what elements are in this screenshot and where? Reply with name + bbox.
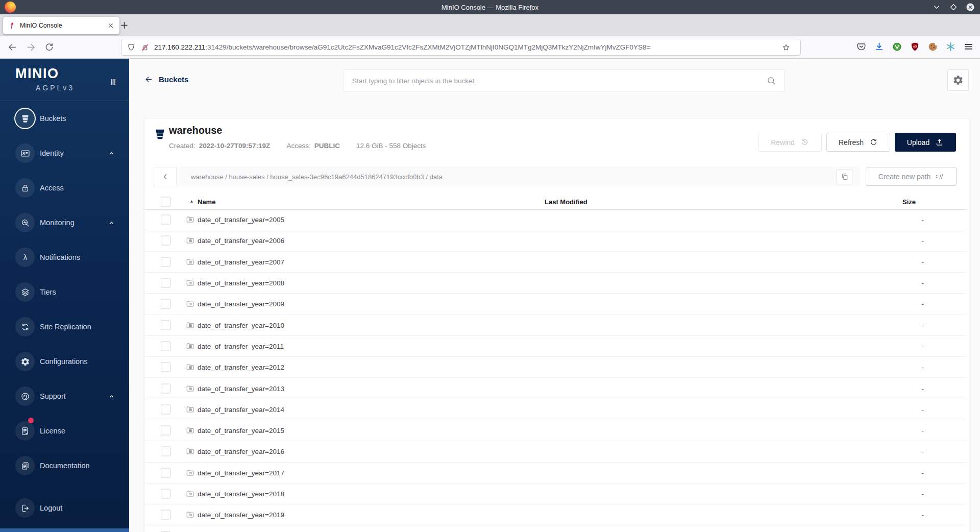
path-icon	[935, 172, 944, 181]
table-row[interactable]: date_of_transfer_year=2007 -	[144, 252, 967, 273]
folder-icon	[186, 426, 194, 435]
table-row[interactable]: date_of_transfer_year=2006 -	[144, 230, 967, 251]
browser-back-button[interactable]	[7, 42, 18, 53]
table-row[interactable]: date_of_transfer_year=2010 -	[144, 315, 967, 335]
row-checkbox[interactable]	[161, 383, 170, 393]
sidebar-item-logout[interactable]: Logout	[0, 491, 129, 525]
monitoring-icon	[20, 218, 30, 228]
sidebar-item-circle	[15, 352, 35, 371]
row-checkbox[interactable]	[161, 489, 170, 499]
pocket-icon[interactable]	[856, 41, 867, 52]
back-to-buckets-link[interactable]: Buckets	[144, 75, 188, 84]
breadcrumb[interactable]: warehouse / house-sales / house_sales-3e…	[177, 167, 860, 186]
window-minimize-button[interactable]	[932, 3, 941, 12]
copy-path-button[interactable]	[837, 169, 852, 184]
chevron-up-icon[interactable]	[108, 150, 115, 157]
sidebar-item-configurations[interactable]: Configurations	[0, 344, 129, 379]
new-tab-button[interactable]	[119, 20, 130, 31]
bucket-settings-button[interactable]	[947, 69, 969, 91]
table-row[interactable]: date_of_transfer_year=2015 -	[144, 420, 967, 441]
rewind-button[interactable]: Rewind	[758, 133, 822, 152]
sidebar-item-identity[interactable]: Identity	[0, 136, 129, 171]
create-new-path-button[interactable]: Create new path	[866, 167, 957, 186]
container-extension-icon[interactable]	[945, 41, 956, 52]
sidebar-collapse-icon[interactable]	[109, 77, 117, 87]
sidebar-scrollbar[interactable]	[0, 528, 129, 532]
row-checkbox[interactable]	[161, 426, 170, 436]
extension-icons: uO	[856, 41, 974, 52]
table-row[interactable]: date_of_transfer_year=2005 -	[144, 209, 967, 230]
breadcrumb-path: warehouse / house-sales / house_sales-3e…	[191, 173, 443, 181]
upload-button[interactable]: Upload	[895, 133, 956, 152]
sidebar-item-support[interactable]: Support	[0, 379, 129, 414]
window-maximize-button[interactable]	[949, 3, 958, 12]
sidebar-item-circle	[15, 421, 35, 441]
sidebar-item-documentation[interactable]: Documentation	[0, 448, 129, 483]
tab-minio-console[interactable]: MinIO Console	[3, 17, 119, 34]
table-row[interactable]: date_of_transfer_year=2012 -	[144, 357, 967, 378]
row-checkbox[interactable]	[161, 320, 170, 330]
row-checkbox[interactable]	[161, 510, 170, 520]
sidebar-item-notifications[interactable]: λ Notifications	[0, 240, 129, 275]
column-header-size[interactable]: Size	[902, 198, 916, 206]
lambda-icon: λ	[20, 253, 30, 262]
insecure-lock-icon[interactable]	[140, 43, 150, 52]
bookmark-star-icon[interactable]	[781, 43, 791, 52]
path-back-button[interactable]	[154, 167, 177, 186]
cookie-extension-icon[interactable]	[927, 41, 938, 52]
table-row[interactable]: date_of_transfer_year=2017 -	[144, 463, 967, 483]
table-row[interactable]: date_of_transfer_year=2020 -	[144, 525, 967, 532]
url-bar[interactable]: 217.160.222.211:31429/buckets/warehouse/…	[121, 39, 800, 55]
row-checkbox[interactable]	[161, 468, 170, 477]
table-row[interactable]: date_of_transfer_year=2008 -	[144, 273, 967, 294]
row-checkbox[interactable]	[161, 215, 170, 225]
gear-icon	[20, 357, 30, 367]
row-checkbox[interactable]	[161, 447, 170, 456]
cell-name: date_of_transfer_year=2012	[198, 364, 284, 371]
search-input[interactable]	[351, 77, 766, 85]
sidebar-item-circle	[15, 317, 35, 336]
object-table-header: Name Last Modified Size	[144, 194, 967, 210]
browser-reload-button[interactable]	[44, 42, 55, 53]
table-row[interactable]: date_of_transfer_year=2014 -	[144, 399, 967, 420]
access-value[interactable]: PUBLIC	[314, 142, 340, 150]
row-checkbox[interactable]	[161, 299, 170, 309]
hamburger-menu-icon[interactable]	[963, 41, 974, 52]
chevron-up-icon[interactable]	[108, 220, 115, 226]
refresh-button[interactable]: Refresh	[826, 133, 890, 152]
table-row[interactable]: date_of_transfer_year=2009 -	[144, 294, 967, 315]
privacy-badger-icon[interactable]	[892, 41, 902, 52]
row-checkbox[interactable]	[161, 257, 170, 267]
sidebar-item-license[interactable]: License	[0, 414, 129, 448]
url-text[interactable]: 217.160.222.211:31429/buckets/warehouse/…	[154, 43, 776, 51]
chevron-up-icon[interactable]	[108, 393, 115, 400]
sidebar-item-monitoring[interactable]: Monitoring	[0, 205, 129, 240]
table-row[interactable]: date_of_transfer_year=2019 -	[144, 504, 967, 525]
column-header-name[interactable]: Name	[198, 198, 215, 206]
window-close-button[interactable]	[966, 3, 975, 12]
cell-size: -	[922, 321, 924, 329]
table-row[interactable]: date_of_transfer_year=2016 -	[144, 441, 967, 462]
table-row[interactable]: date_of_transfer_year=2013 -	[144, 378, 967, 399]
browser-forward-button[interactable]	[26, 42, 36, 53]
sidebar-item-circle	[15, 143, 35, 163]
select-all-checkbox[interactable]	[161, 197, 170, 207]
tracking-shield-icon[interactable]	[127, 43, 136, 52]
cell-size: -	[922, 405, 924, 413]
sidebar-item-site-replication[interactable]: Site Replication	[0, 309, 129, 344]
column-header-last-modified[interactable]: Last Modified	[545, 198, 587, 206]
sidebar-item-buckets[interactable]: Buckets	[0, 101, 129, 136]
row-checkbox[interactable]	[161, 362, 170, 372]
access-label: Access:	[286, 142, 310, 150]
tab-close-icon[interactable]	[107, 21, 115, 30]
sidebar-item-access[interactable]: Access	[0, 171, 129, 205]
row-checkbox[interactable]	[161, 236, 170, 246]
downloads-icon[interactable]	[874, 41, 885, 52]
table-row[interactable]: date_of_transfer_year=2018 -	[144, 483, 967, 504]
sidebar-item-tiers[interactable]: Tiers	[0, 275, 129, 309]
row-checkbox[interactable]	[161, 404, 170, 414]
row-checkbox[interactable]	[161, 341, 170, 351]
row-checkbox[interactable]	[161, 278, 170, 288]
ublock-origin-icon[interactable]: uO	[910, 41, 920, 52]
table-row[interactable]: date_of_transfer_year=2011 -	[144, 336, 967, 357]
